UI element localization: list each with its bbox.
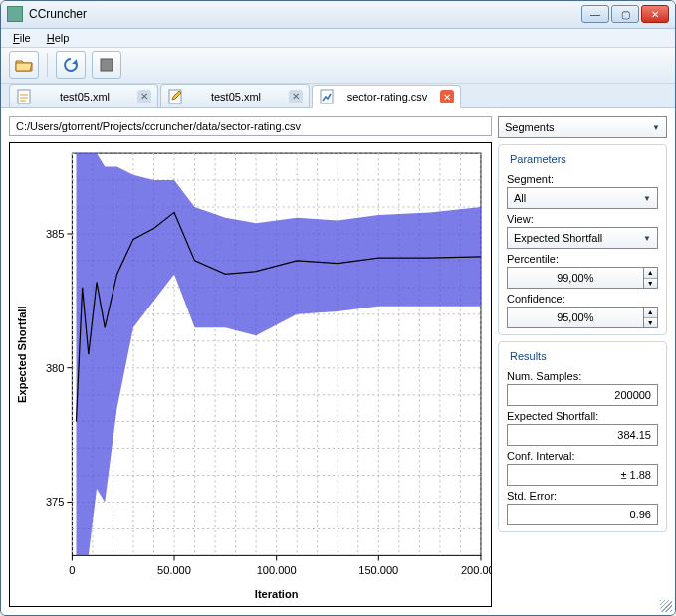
ci-label: Conf. Interval: [507,450,658,462]
parameters-group: Parameters Segment: All▼ View: Expected … [498,144,667,335]
numsamples-label: Num. Samples: [507,370,658,382]
resize-grip-icon[interactable] [660,600,672,612]
chevron-down-icon: ▼ [643,194,651,203]
app-window: CCruncher — ▢ ✕ File Help test05.xml ✕ t [0,0,676,616]
open-button[interactable] [9,51,39,79]
app-icon [7,6,23,22]
se-value: 0.96 [507,504,658,525]
toolbar-separator [47,53,48,77]
results-group: Results Num. Samples: 200000 Expected Sh… [498,341,667,532]
minimize-button[interactable]: — [581,5,609,23]
segment-combo[interactable]: All▼ [507,187,658,209]
xml-edit-icon [167,89,183,104]
tab-bar: test05.xml ✕ test05.xml ✕ sector-rating.… [1,84,675,109]
svg-text:50.000: 50.000 [157,564,191,576]
spin-up-icon[interactable]: ▲ [644,308,657,318]
tab-close-icon[interactable]: ✕ [289,90,303,103]
svg-text:385: 385 [46,228,64,240]
menu-help[interactable]: Help [39,30,78,46]
percentile-input[interactable]: 99,00% [507,267,644,289]
svg-text:150.000: 150.000 [358,564,398,576]
chevron-down-icon: ▼ [652,123,660,132]
chart[interactable]: 050.000100.000150.000200.000375380385Ite… [9,142,492,607]
percentile-label: Percentile: [507,253,658,265]
se-label: Std. Error: [507,490,658,502]
svg-text:Iteration: Iteration [255,588,299,600]
results-title: Results [507,350,550,362]
parameters-title: Parameters [507,153,569,165]
chart-file-icon [319,89,335,104]
mode-combo-label: Segments [505,121,555,133]
svg-text:0: 0 [69,564,75,576]
menubar: File Help [1,29,675,49]
es-value: 384.15 [507,424,658,446]
menu-file[interactable]: File [5,30,39,46]
confidence-spinner[interactable]: ▲▼ [644,307,658,328]
tab-label: test05.xml [38,91,131,103]
segment-label: Segment: [507,173,658,185]
svg-text:Expected Shortfall: Expected Shortfall [16,307,28,403]
maximize-button[interactable]: ▢ [611,5,639,23]
titlebar[interactable]: CCruncher — ▢ ✕ [1,1,675,29]
view-label: View: [507,213,658,225]
stop-icon [100,58,113,72]
toolbar [1,48,675,83]
spin-up-icon[interactable]: ▲ [644,268,657,279]
percentile-spinner[interactable]: ▲▼ [644,267,658,289]
svg-text:200.000: 200.000 [461,564,491,576]
svg-text:100.000: 100.000 [257,564,297,576]
confidence-input[interactable]: 95,00% [507,307,644,328]
side-panel: Segments ▼ Parameters Segment: All▼ View… [498,116,667,607]
stop-button[interactable] [92,51,121,79]
spin-down-icon[interactable]: ▼ [644,279,657,289]
content-area: 050.000100.000150.000200.000375380385Ite… [1,108,675,615]
svg-text:380: 380 [46,362,64,374]
main-panel: 050.000100.000150.000200.000375380385Ite… [9,116,492,607]
close-button[interactable]: ✕ [641,5,669,23]
refresh-icon [63,57,79,73]
tab-0[interactable]: test05.xml ✕ [9,84,158,107]
chevron-down-icon: ▼ [643,234,651,243]
svg-text:375: 375 [46,497,64,509]
tab-close-icon[interactable]: ✕ [440,90,454,103]
window-title: CCruncher [29,7,581,21]
numsamples-value: 200000 [507,384,658,406]
file-path-input[interactable] [9,116,492,136]
tab-1[interactable]: test05.xml ✕ [160,84,310,107]
tab-label: sector-rating.csv [340,91,434,103]
confidence-label: Confidence: [507,293,658,305]
refresh-button[interactable] [56,51,86,79]
xml-file-icon [16,89,32,104]
tab-2[interactable]: sector-rating.csv ✕ [312,85,461,108]
tab-close-icon[interactable]: ✕ [137,90,151,103]
ci-value: ± 1.88 [507,464,658,486]
mode-combo[interactable]: Segments ▼ [498,116,667,138]
es-label: Expected Shortfall: [507,410,658,422]
spin-down-icon[interactable]: ▼ [644,318,657,328]
tab-label: test05.xml [189,91,283,103]
svg-rect-1 [18,90,30,103]
svg-rect-0 [101,59,113,71]
folder-open-icon [15,57,33,73]
view-combo[interactable]: Expected Shortfall▼ [507,227,658,249]
